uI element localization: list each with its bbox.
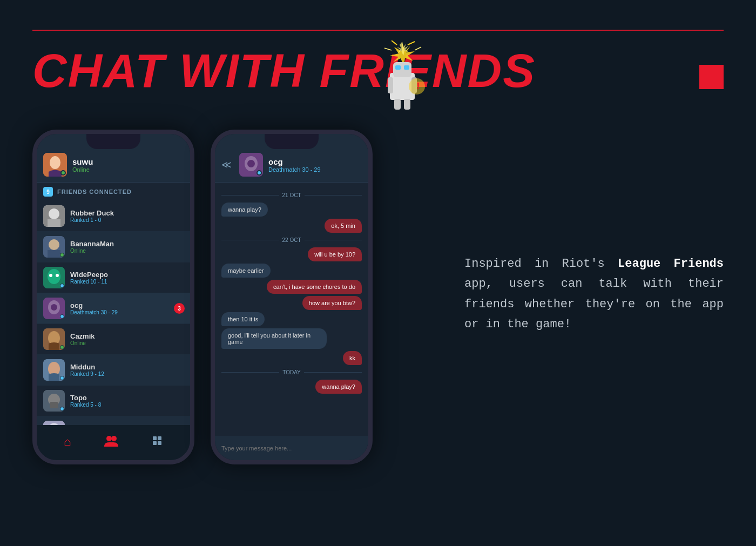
message-then-10: then 10 it is — [221, 312, 362, 326]
date-divider-21oct: 21 OCT — [221, 192, 362, 198]
svg-rect-45 — [158, 436, 161, 440]
chat-contact-name: ocg — [268, 157, 321, 166]
svg-point-32 — [51, 304, 57, 311]
chat-contact-avatar — [239, 153, 263, 177]
svg-rect-47 — [158, 441, 161, 445]
friends-nav-icon[interactable] — [104, 435, 118, 450]
user-avatar — [43, 153, 67, 177]
svg-rect-39 — [50, 402, 58, 408]
chat-contact-status: Deathmatch 30 - 29 — [268, 166, 321, 173]
friend-item-ocg[interactable]: ocg Deathmatch 30 - 29 3 — [37, 293, 190, 324]
description-bold: League Friends — [618, 257, 724, 271]
svg-line-2 — [392, 41, 397, 45]
message-kk: kk — [221, 351, 362, 365]
header-username: suwu — [72, 157, 93, 166]
friend-item-middun[interactable]: Middun Ranked 9 - 12 — [37, 355, 190, 386]
wldepeepo-sub: Ranked 10 - 11 — [70, 279, 108, 285]
cazmik-avatar — [43, 328, 65, 350]
profile-nav-icon[interactable] — [151, 435, 163, 450]
ocg-name: ocg — [70, 301, 118, 309]
date-divider-22oct: 22 OCT — [221, 237, 362, 243]
svg-point-17 — [50, 156, 60, 169]
message-wanna-play-1: wanna play? — [221, 203, 362, 217]
svg-rect-25 — [48, 250, 60, 258]
svg-line-5 — [415, 47, 421, 50]
bottom-nav: ⌂ — [37, 425, 190, 460]
message-wanna-play-today: wanna play? — [221, 380, 362, 394]
chat-input[interactable] — [221, 445, 362, 451]
topo-avatar — [43, 390, 65, 412]
svg-line-4 — [384, 48, 392, 50]
svg-rect-12 — [394, 99, 401, 110]
phones-container: suwu Online 9 FRIENDS CONNECTED — [32, 130, 373, 464]
friend-item-cazmik[interactable]: Cazmik Online — [37, 324, 190, 355]
middun-avatar — [43, 359, 65, 381]
wldepeepo-name: WldePeepo — [70, 271, 108, 279]
character-illustration: ! — [367, 41, 437, 119]
chat-input-bar[interactable] — [215, 436, 368, 460]
description-text: Inspired in Riot's League Friends app, u… — [464, 254, 724, 335]
description-normal-2: app, users can talk with their friends w… — [464, 277, 724, 331]
home-nav-icon[interactable]: ⌂ — [64, 436, 71, 449]
back-button[interactable]: ≪ — [221, 159, 232, 171]
friend-item-banana[interactable]: BanannaMan Online — [37, 232, 190, 262]
red-square-decoration — [699, 65, 724, 89]
middun-name: Middun — [70, 363, 104, 371]
description-normal-1: Inspired in Riot's — [464, 257, 618, 271]
header-status: Online — [72, 166, 93, 173]
top-line — [32, 30, 724, 31]
banana-name: BanannaMan — [70, 240, 114, 248]
svg-point-50 — [247, 160, 255, 167]
svg-rect-22 — [48, 219, 60, 227]
chat-messages-area[interactable]: 21 OCT wanna play? ok, 5 min 22 OCT will… — [215, 183, 368, 439]
rubduck-sub: Ranked 1 - 0 — [70, 217, 114, 223]
ocg-avatar — [43, 298, 65, 319]
svg-rect-13 — [404, 99, 410, 110]
svg-line-3 — [408, 42, 415, 45]
phone-friends-list: suwu Online 9 FRIENDS CONNECTED — [32, 130, 194, 464]
cazmik-name: Cazmik — [70, 332, 95, 340]
svg-point-43 — [111, 436, 117, 441]
topo-sub: Ranked 5 - 8 — [70, 402, 101, 408]
date-divider-today: TODAY — [221, 369, 362, 375]
friend-item-topo[interactable]: Topo Ranked 5 - 8 — [37, 386, 190, 416]
svg-point-29 — [56, 274, 59, 277]
ocg-notification-badge: 3 — [174, 303, 185, 314]
banana-sub: Online — [70, 248, 114, 254]
friend-item-wldepeepo[interactable]: WldePeepo Ranked 10 - 11 — [37, 262, 190, 293]
friends-count-badge: 9 — [43, 187, 53, 197]
chat-screen: ≪ ocg Deathmatch 30 - 29 21 OCT — [215, 134, 368, 460]
chat-header: ≪ ocg Deathmatch 30 - 29 — [215, 134, 368, 183]
svg-point-28 — [49, 274, 52, 277]
svg-text:!: ! — [415, 81, 421, 92]
middun-sub: Ranked 9 - 12 — [70, 371, 104, 377]
message-cant-chores: can't, i have some chores to do — [221, 280, 362, 294]
message-how-are-you: how are you btw? — [221, 296, 362, 310]
svg-point-27 — [48, 269, 60, 284]
page-title: CHAT WITH FRIENDS — [32, 43, 536, 98]
friends-header: suwu Online — [37, 134, 190, 183]
message-will-u-be: will u be by 10? — [221, 247, 362, 261]
svg-rect-9 — [393, 62, 411, 77]
message-good-tell-you: good, i'll tell you about it later in ga… — [221, 328, 362, 349]
friend-item-rubduck[interactable]: Rubber Duck Ranked 1 - 0 — [37, 201, 190, 232]
svg-point-42 — [106, 436, 112, 441]
svg-rect-10 — [395, 65, 401, 70]
svg-point-24 — [49, 239, 59, 250]
phone-chat: ≪ ocg Deathmatch 30 - 29 21 OCT — [211, 130, 373, 464]
banana-avatar — [43, 236, 65, 258]
friends-count-bar: 9 FRIENDS CONNECTED — [37, 183, 190, 201]
friends-connected-label: FRIENDS CONNECTED — [57, 188, 132, 195]
svg-point-21 — [49, 208, 59, 219]
message-ok-5min: ok, 5 min — [221, 219, 362, 233]
svg-rect-46 — [153, 441, 157, 445]
cazmik-sub: Online — [70, 340, 95, 346]
svg-rect-7 — [388, 77, 393, 93]
wldepeepo-avatar — [43, 267, 65, 288]
svg-rect-44 — [153, 436, 157, 440]
rubduck-name: Rubber Duck — [70, 209, 114, 217]
topo-name: Topo — [70, 394, 101, 402]
svg-rect-11 — [404, 65, 409, 70]
message-maybe-earlier: maybe earlier — [221, 264, 362, 278]
friends-screen: suwu Online 9 FRIENDS CONNECTED — [37, 134, 190, 460]
